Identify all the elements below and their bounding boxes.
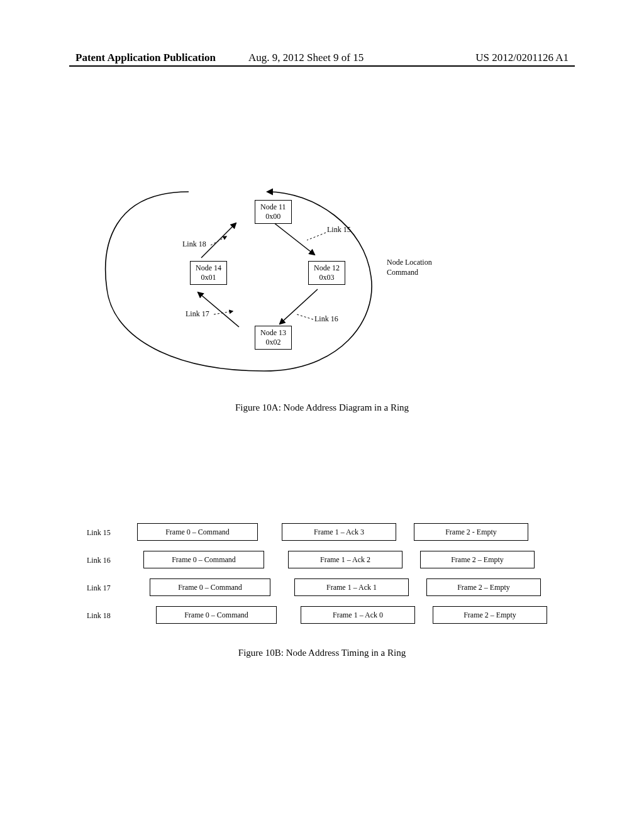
header-center: Aug. 9, 2012 Sheet 9 of 15 <box>248 52 364 64</box>
frame-box: Frame 0 – Command <box>150 578 270 596</box>
frame-box: Frame 1 – Ack 1 <box>294 578 409 596</box>
timing-row: Link 16 Frame 0 – Command Frame 1 – Ack … <box>87 550 557 577</box>
frame-box: Frame 0 – Command <box>143 551 264 568</box>
timing-row: Link 15 Frame 0 – Command Frame 1 – Ack … <box>87 522 557 550</box>
node-14-addr: 0x01 <box>196 273 221 282</box>
timing-row: Link 18 Frame 0 – Command Frame 1 – Ack … <box>87 605 557 633</box>
frame-box: Frame 1 – Ack 3 <box>282 523 396 541</box>
figure-10a: Node 11 0x00 Node 12 0x03 Node 13 0x02 N… <box>75 182 569 396</box>
ring-diagram-svg <box>75 182 402 384</box>
frame-box: Frame 1 – Ack 2 <box>288 551 402 568</box>
node-12-box: Node 12 0x03 <box>308 261 345 285</box>
figure-10b-caption: Figure 10B: Node Address Timing in a Rin… <box>0 648 644 658</box>
link-17-label: Link 17 <box>186 309 209 319</box>
frame-box: Frame 2 - Empty <box>414 523 528 541</box>
timing-row-label: Link 16 <box>87 556 111 565</box>
node-14-name: Node 14 <box>196 263 221 273</box>
frame-box: Frame 2 – Empty <box>420 551 535 568</box>
side-annotation-line2: Command <box>387 268 432 278</box>
node-13-addr: 0x02 <box>260 338 286 347</box>
frame-box: Frame 1 – Ack 0 <box>301 606 415 624</box>
timing-row-label: Link 18 <box>87 611 111 621</box>
node-11-addr: 0x00 <box>260 212 286 221</box>
link-18-label: Link 18 <box>182 240 206 249</box>
node-11-box: Node 11 0x00 <box>255 200 292 224</box>
header-left: Patent Application Publication <box>75 52 216 64</box>
node-13-name: Node 13 <box>260 328 286 338</box>
frame-box: Frame 2 – Empty <box>426 578 541 596</box>
side-annotation: Node Location Command <box>387 258 432 277</box>
link-16-label: Link 16 <box>314 314 338 324</box>
frame-box: Frame 0 – Command <box>156 606 277 624</box>
timing-row-label: Link 15 <box>87 528 111 538</box>
header-right: US 2012/0201126 A1 <box>475 52 569 64</box>
frame-box: Frame 2 – Empty <box>433 606 547 624</box>
node-13-box: Node 13 0x02 <box>255 326 292 350</box>
frame-box: Frame 0 – Command <box>137 523 258 541</box>
link-15-label: Link 15 <box>327 225 351 235</box>
timing-row-label: Link 17 <box>87 584 111 593</box>
figure-10b: Link 15 Frame 0 – Command Frame 1 – Ack … <box>87 522 557 633</box>
header-rule <box>69 65 575 67</box>
node-12-name: Node 12 <box>314 263 340 273</box>
node-12-addr: 0x03 <box>314 273 340 282</box>
figure-10a-caption: Figure 10A: Node Address Diagram in a Ri… <box>0 402 644 413</box>
node-11-name: Node 11 <box>260 202 286 212</box>
timing-row: Link 17 Frame 0 – Command Frame 1 – Ack … <box>87 577 557 605</box>
node-14-box: Node 14 0x01 <box>190 261 227 285</box>
side-annotation-line1: Node Location <box>387 258 432 268</box>
